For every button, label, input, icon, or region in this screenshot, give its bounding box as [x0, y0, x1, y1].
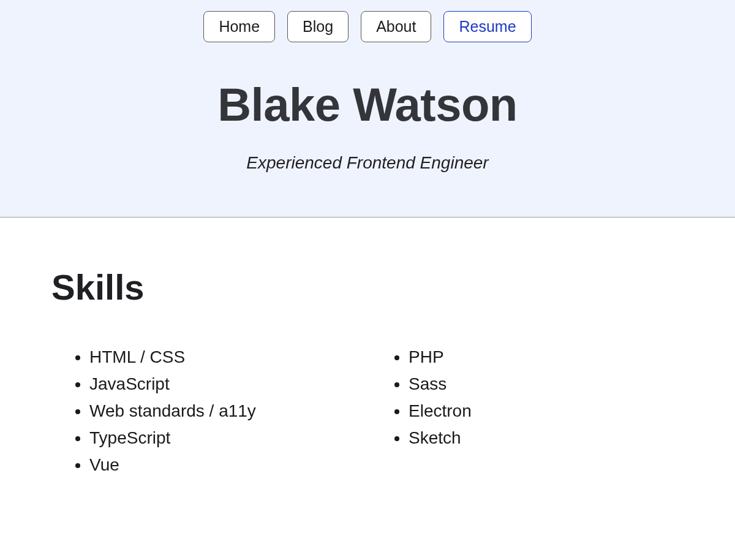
nav-link-blog[interactable]: Blog	[287, 11, 349, 42]
page-header: Home Blog About Resume Blake Watson Expe…	[0, 0, 735, 218]
list-item: Web standards / a11y	[89, 398, 364, 424]
list-item: JavaScript	[89, 371, 364, 397]
skills-column-2: PHP Sass Electron Sketch	[389, 344, 684, 479]
list-item: Sass	[409, 371, 684, 397]
primary-nav: Home Blog About Resume	[0, 11, 735, 42]
list-item: TypeScript	[89, 425, 364, 451]
list-item: HTML / CSS	[89, 344, 364, 370]
list-item: Electron	[409, 398, 684, 424]
page-title: Blake Watson	[0, 78, 735, 131]
skills-heading: Skills	[51, 267, 684, 308]
list-item: Vue	[89, 452, 364, 478]
nav-link-home[interactable]: Home	[203, 11, 275, 42]
list-item: Sketch	[409, 425, 684, 451]
skills-column-1: HTML / CSS JavaScript Web standards / a1…	[70, 344, 364, 479]
nav-link-resume[interactable]: Resume	[443, 11, 531, 42]
skills-columns: HTML / CSS JavaScript Web standards / a1…	[51, 344, 684, 479]
page-subtitle: Experienced Frontend Engineer	[0, 153, 735, 173]
main-content: Skills HTML / CSS JavaScript Web standar…	[0, 218, 735, 516]
nav-link-about[interactable]: About	[361, 11, 431, 42]
list-item: PHP	[409, 344, 684, 370]
